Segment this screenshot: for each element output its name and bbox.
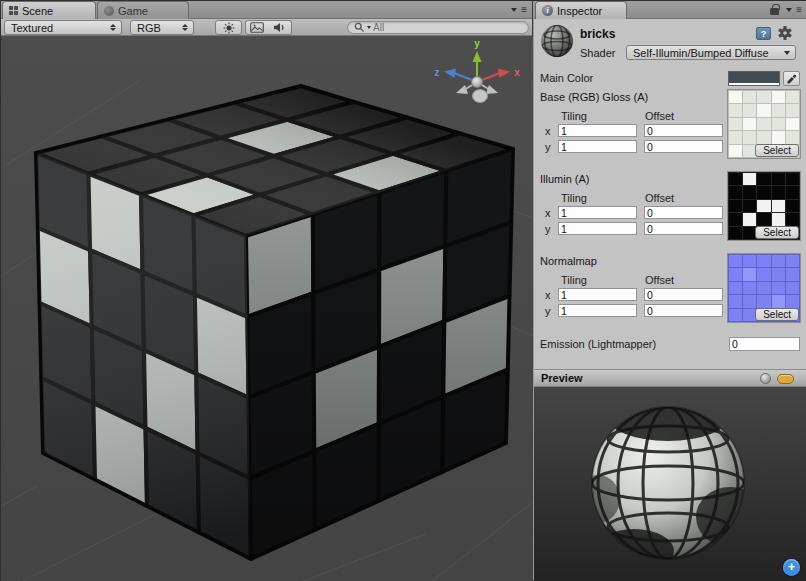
preview-model-toggle[interactable] [760, 373, 771, 384]
emission-label: Emission (Lightmapper) [540, 338, 656, 350]
illumin-offset-y-input[interactable] [644, 222, 723, 235]
y-axis-label: y [545, 141, 551, 153]
scene-search[interactable] [347, 21, 529, 34]
inspector-panel-menu[interactable]: ≡ [786, 6, 802, 14]
tab-inspector-label: Inspector [557, 5, 602, 17]
gizmo-x-axis[interactable]: x [477, 67, 520, 82]
inspector-tabstrip: i Inspector ≡ [534, 1, 806, 19]
scene-toolbar: Textured RGB [1, 19, 532, 36]
chevron-down-icon [784, 51, 790, 55]
texture-section-illumin: Illumin (A) Tiling Offset x y Select [534, 171, 806, 253]
eyedropper-button[interactable] [783, 71, 800, 86]
offset-header: Offset [645, 110, 674, 122]
scene-tabstrip: Scene Game ≡ [1, 1, 532, 19]
main-color-swatch[interactable] [728, 71, 780, 86]
illumin-texture-thumb[interactable]: Select [727, 171, 801, 241]
tab-scene[interactable]: Scene [2, 1, 96, 19]
add-button[interactable]: + [783, 559, 800, 576]
scene-cube[interactable] [36, 86, 513, 559]
tiling-header: Tiling [561, 192, 587, 204]
scene-icon [9, 6, 18, 15]
main-color-label: Main Color [540, 72, 593, 84]
gizmo-center[interactable] [472, 77, 483, 88]
speaker-icon [273, 22, 286, 33]
tiling-header: Tiling [561, 110, 587, 122]
x-axis-label: x [545, 125, 551, 137]
lighting-toggle-button[interactable] [215, 20, 242, 35]
dropdown-icon [511, 8, 517, 12]
normalmap-tiling-y-input[interactable] [558, 304, 637, 317]
search-filter-icon[interactable] [367, 26, 371, 29]
shader-label: Shader [580, 47, 615, 59]
tab-game[interactable]: Game [97, 1, 189, 19]
preview-title: Preview [541, 372, 583, 384]
illumin-offset-x-input[interactable] [644, 206, 723, 219]
section-label: Illumin (A) [540, 173, 590, 185]
tab-inspector[interactable]: i Inspector [535, 1, 627, 19]
gizmo-y-axis[interactable]: y [473, 38, 482, 82]
tab-game-label: Game [118, 5, 148, 17]
gizmo-z-label: z [435, 67, 440, 78]
lock-icon[interactable] [770, 8, 779, 15]
eyedropper-icon [786, 73, 798, 85]
offset-header: Offset [645, 274, 674, 286]
base-offset-y-input[interactable] [644, 140, 723, 153]
skybox-toggle-button[interactable] [245, 20, 269, 35]
normalmap-select-button[interactable]: Select [755, 308, 799, 321]
emission-row: Emission (Lightmapper) [534, 337, 806, 353]
popup-arrows-icon [182, 24, 188, 31]
illumin-tiling-y-input[interactable] [558, 222, 637, 235]
emission-input[interactable] [729, 337, 800, 351]
gizmo-front-cone[interactable] [473, 90, 488, 103]
image-icon [250, 22, 264, 33]
material-header: bricks Shader Self-Illumin/Bumped Diffus… [534, 19, 806, 65]
render-mode-label: RGB [137, 22, 176, 34]
normalmap-tiling-x-input[interactable] [558, 288, 637, 301]
base-select-button[interactable]: Select [755, 144, 799, 157]
draw-mode-dropdown[interactable]: Textured [4, 20, 122, 35]
preview-header[interactable]: Preview [534, 369, 806, 387]
gizmo-y-label: y [474, 38, 480, 49]
normalmap-offset-x-input[interactable] [644, 288, 723, 301]
illumin-select-button[interactable]: Select [755, 226, 799, 239]
render-mode-dropdown[interactable]: RGB [130, 20, 194, 35]
texture-section-normalmap: Normalmap Tiling Offset x y Select [534, 253, 806, 335]
base-texture-thumb[interactable]: Select [727, 89, 801, 159]
tab-scene-label: Scene [22, 5, 53, 17]
search-icon [354, 22, 365, 33]
preview-light-toggle[interactable] [777, 374, 794, 384]
info-icon: i [542, 5, 553, 16]
base-tiling-y-input[interactable] [558, 140, 637, 153]
gizmo-z-axis[interactable]: z [435, 67, 478, 82]
illumin-tiling-x-input[interactable] [558, 206, 637, 219]
x-axis-label: x [545, 289, 551, 301]
y-axis-label: y [545, 305, 551, 317]
inspector-panel: i Inspector ≡ [534, 1, 806, 581]
tiling-header: Tiling [561, 274, 587, 286]
search-input[interactable] [373, 22, 522, 33]
gizmo-x-label: x [514, 67, 520, 78]
scene-panel-menu[interactable]: ≡ [511, 6, 527, 14]
base-offset-x-input[interactable] [644, 124, 723, 137]
preview-body[interactable]: + [534, 387, 806, 581]
normalmap-offset-y-input[interactable] [644, 304, 723, 317]
draw-mode-label: Textured [11, 22, 104, 34]
normalmap-texture-thumb[interactable]: Select [727, 253, 801, 323]
material-name: bricks [580, 27, 615, 41]
sun-icon [223, 22, 235, 34]
offset-header: Offset [645, 192, 674, 204]
section-label: Base (RGB) Gloss (A) [540, 91, 648, 103]
add-button-label: + [788, 559, 796, 574]
scene-gizmo[interactable]: y x z [427, 38, 527, 118]
shader-dropdown[interactable]: Self-Illumin/Bumped Diffuse [626, 45, 796, 60]
help-icon[interactable]: ? [756, 27, 771, 40]
dropdown-icon [786, 8, 792, 12]
unity-editor-window: Scene Game ≡ Textured RGB [0, 0, 806, 581]
gear-icon[interactable] [777, 25, 793, 41]
popup-arrows-icon [110, 24, 116, 31]
preview-sphere [534, 387, 806, 581]
game-icon [104, 6, 114, 16]
base-tiling-x-input[interactable] [558, 124, 637, 137]
scene-viewport[interactable]: y x z [1, 36, 533, 581]
audio-toggle-button[interactable] [268, 20, 292, 35]
